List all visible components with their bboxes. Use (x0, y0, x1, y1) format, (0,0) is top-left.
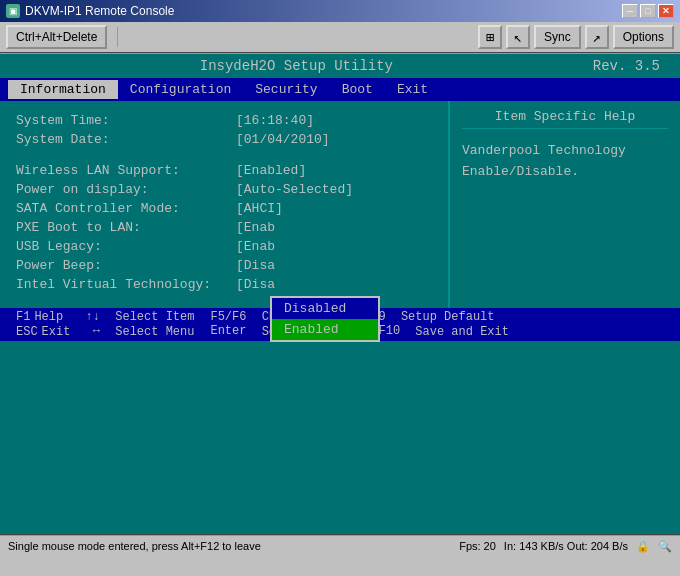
help-title: Item Specific Help (462, 109, 668, 129)
bios-dropdown[interactable]: Disabled Enabled (270, 296, 380, 342)
title-bar: ▣ DKVM-IP1 Remote Console ─ □ ✕ (0, 0, 680, 22)
bios-header: InsydeH2O Setup Utility Rev. 3.5 (0, 54, 680, 78)
field-system-date: System Date: [01/04/2010] (16, 132, 432, 147)
bios-fields-panel: System Time: [16:18:40] System Date: [01… (0, 101, 450, 308)
toolbar: Ctrl+Alt+Delete ⊞ ↖ Sync ↗ Options (0, 22, 680, 54)
dropdown-item-disabled[interactable]: Disabled (272, 298, 378, 319)
title-bar-label: DKVM-IP1 Remote Console (25, 4, 174, 18)
network-display: In: 143 KB/s Out: 204 B/s (504, 540, 628, 552)
search-icon: 🔍 (658, 540, 672, 553)
status-right: Fps: 20 In: 143 KB/s Out: 204 B/s 🔒 🔍 (459, 540, 672, 553)
bios-nav: Information Configuration Security Boot … (0, 78, 680, 101)
cursor-icon-button[interactable]: ↖ (506, 25, 530, 49)
field-beep: Power Beep: [Disa (16, 258, 432, 273)
bios-container: InsydeH2O Setup Utility Rev. 3.5 Informa… (0, 54, 680, 534)
maximize-button[interactable]: □ (640, 4, 656, 18)
minimize-button[interactable]: ─ (622, 4, 638, 18)
footer-f1: F1 Help (16, 310, 63, 324)
field-vt: Intel Virtual Technology: [Disa (16, 277, 432, 292)
footer-esc: ESC Exit (16, 324, 70, 339)
lock-icon: 🔒 (636, 540, 650, 553)
field-power-display: Power on display: [Auto-Selected] (16, 182, 432, 197)
close-button[interactable]: ✕ (658, 4, 674, 18)
bios-help-panel: Item Specific Help Vanderpool Technology… (450, 101, 680, 308)
window-controls: ─ □ ✕ (622, 4, 674, 18)
nav-security[interactable]: Security (243, 80, 329, 99)
sync-button[interactable]: Sync (534, 25, 581, 49)
nav-information[interactable]: Information (8, 80, 118, 99)
ctrl-alt-del-button[interactable]: Ctrl+Alt+Delete (6, 25, 107, 49)
fps-display: Fps: 20 (459, 540, 496, 552)
footer-select-menu: Select Menu (115, 324, 194, 339)
field-usb: USB Legacy: [Enab (16, 239, 432, 254)
footer-setup-default: Setup Default (401, 310, 495, 324)
status-bar: Single mouse mode entered, press Alt+F12… (0, 534, 680, 556)
dropdown-item-enabled[interactable]: Enabled (272, 319, 378, 340)
field-pxe: PXE Boot to LAN: [Enab (16, 220, 432, 235)
keyboard-icon-button[interactable]: ⊞ (478, 25, 502, 49)
status-message: Single mouse mode entered, press Alt+F12… (8, 540, 261, 552)
field-wlan: Wireless LAN Support: [Enabled] (16, 163, 432, 178)
app-icon: ▣ (6, 4, 20, 18)
footer-select-item: Select Item (115, 310, 194, 324)
options-icon-button[interactable]: ↗ (585, 25, 609, 49)
toolbar-right: ⊞ ↖ Sync ↗ Options (478, 25, 674, 49)
bios-title: InsydeH2O Setup Utility (200, 58, 393, 74)
bios-content: System Time: [16:18:40] System Date: [01… (0, 101, 680, 308)
nav-exit[interactable]: Exit (385, 80, 440, 99)
field-system-time: System Time: [16:18:40] (16, 113, 432, 128)
footer-save-exit: Save and Exit (415, 324, 509, 339)
nav-boot[interactable]: Boot (330, 80, 385, 99)
bios-revision: Rev. 3.5 (593, 58, 680, 74)
help-text: Vanderpool TechnologyEnable/Disable. (462, 141, 668, 183)
options-button[interactable]: Options (613, 25, 674, 49)
spacer-1 (16, 151, 432, 159)
nav-configuration[interactable]: Configuration (118, 80, 243, 99)
toolbar-separator (117, 27, 118, 47)
field-sata: SATA Controller Mode: [AHCI] (16, 201, 432, 216)
